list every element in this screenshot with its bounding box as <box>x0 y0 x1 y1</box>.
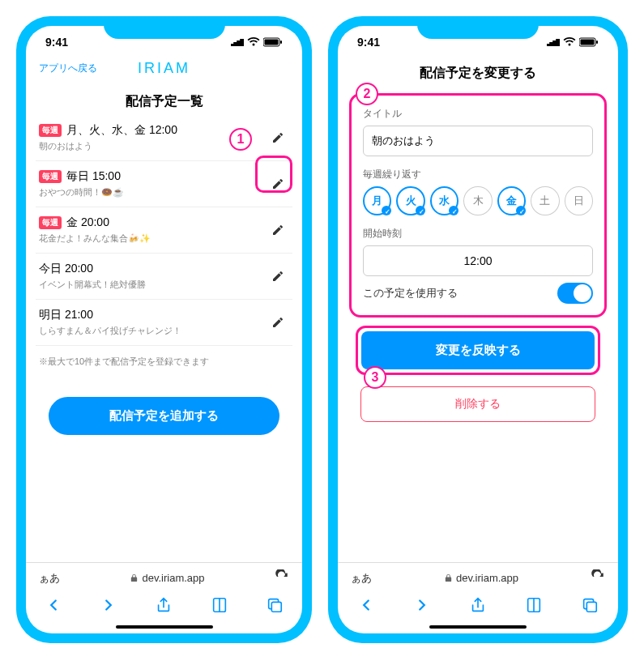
item-title: 今日 20:00 <box>39 262 93 276</box>
url-text: dev.iriam.app <box>372 572 591 584</box>
item-title: 月、火、水、金 12:00 <box>66 123 177 138</box>
forward-icon[interactable] <box>100 596 117 617</box>
home-indicator <box>429 625 527 629</box>
page-title: 配信予定を変更する <box>338 52 618 88</box>
share-icon[interactable] <box>155 596 173 617</box>
callout-2: 2 <box>356 83 378 105</box>
edit-icon[interactable] <box>267 311 289 334</box>
reload-icon[interactable] <box>275 569 289 586</box>
day-thu[interactable]: 木 <box>463 186 492 215</box>
title-input[interactable]: 朝のおはよう <box>363 126 593 156</box>
use-toggle-label: この予定を使用する <box>363 286 458 301</box>
item-subtitle: おやつの時間！🍩☕ <box>39 186 267 198</box>
use-toggle[interactable] <box>557 283 593 304</box>
submit-highlight: 変更を反映する <box>356 326 600 375</box>
callout-3: 3 <box>364 366 386 389</box>
back-icon[interactable] <box>45 596 62 617</box>
bookmarks-icon[interactable] <box>525 596 543 617</box>
list-item[interactable]: 毎週 毎日 15:00 おやつの時間！🍩☕ <box>36 161 292 207</box>
start-time-input[interactable]: 12:00 <box>363 245 593 276</box>
text-size-icon[interactable]: ぁあ <box>351 571 372 586</box>
day-mon[interactable]: 月 <box>363 186 391 215</box>
weekly-badge: 毎週 <box>39 216 62 229</box>
battery-icon <box>263 37 283 47</box>
browser-toolbar <box>338 590 618 622</box>
day-tue[interactable]: 火 <box>396 186 424 215</box>
callout-1: 1 <box>229 128 252 151</box>
home-indicator <box>116 625 213 629</box>
battery-icon <box>579 37 599 47</box>
item-subtitle: 花金だよ！みんな集合🍻✨ <box>39 232 267 245</box>
day-wed[interactable]: 水 <box>430 186 458 215</box>
reload-icon[interactable] <box>591 569 605 586</box>
share-icon[interactable] <box>469 596 487 617</box>
svg-rect-6 <box>581 40 595 45</box>
status-time: 9:41 <box>357 36 380 49</box>
url-text: dev.iriam.app <box>60 572 275 584</box>
item-title: 毎日 15:00 <box>66 169 121 184</box>
day-fri[interactable]: 金 <box>497 186 526 215</box>
back-link[interactable]: アプリへ戻る <box>39 62 97 75</box>
edit-form: タイトル 朝のおはよう 毎週繰り返す 月 火 水 木 金 土 日 開始時刻 12… <box>349 93 607 318</box>
svg-rect-4 <box>271 602 281 612</box>
notch <box>104 16 225 39</box>
wifi-icon <box>563 37 576 47</box>
repeat-label: 毎週繰り返す <box>363 168 593 181</box>
tabs-icon[interactable] <box>266 596 284 617</box>
bookmarks-icon[interactable] <box>211 596 228 617</box>
header: アプリへ戻る IRIAM <box>26 52 302 85</box>
tabs-icon[interactable] <box>581 596 599 617</box>
day-selector: 月 火 水 木 金 土 日 <box>363 186 593 215</box>
text-size-icon[interactable]: ぁあ <box>39 571 60 586</box>
day-sat[interactable]: 土 <box>531 186 559 215</box>
item-subtitle: しらすまん＆パイ投げチャレンジ！ <box>39 325 267 337</box>
item-subtitle: イベント開幕式！絶対優勝 <box>39 279 267 291</box>
max-note: ※最大で10件まで配信予定を登録できます <box>36 346 292 377</box>
lock-icon <box>444 573 453 582</box>
forward-icon[interactable] <box>413 596 431 617</box>
list-item[interactable]: 毎週 金 20:00 花金だよ！みんな集合🍻✨ <box>36 207 292 254</box>
browser-url-bar[interactable]: ぁあ dev.iriam.app <box>338 562 618 590</box>
callout-1-box <box>255 156 292 193</box>
lock-icon <box>130 573 139 582</box>
add-schedule-button[interactable]: 配信予定を追加する <box>49 397 279 435</box>
svg-rect-1 <box>265 40 279 45</box>
svg-rect-7 <box>596 40 598 44</box>
delete-button[interactable]: 削除する <box>360 386 595 422</box>
start-label: 開始時刻 <box>363 227 593 241</box>
list-item[interactable]: 明日 21:00 しらすまん＆パイ投げチャレンジ！ <box>36 300 292 346</box>
wifi-icon <box>247 37 260 47</box>
item-title: 明日 21:00 <box>39 308 93 322</box>
phone-right: 9:41 配信予定を変更する 2 タイトル 朝のおはよう 毎週繰り返す 月 火 … <box>328 16 628 643</box>
browser-toolbar <box>26 590 302 622</box>
submit-button[interactable]: 変更を反映する <box>361 331 595 369</box>
item-title: 金 20:00 <box>66 215 109 230</box>
phone-left: 9:41 アプリへ戻る IRIAM 配信予定一覧 1 毎週 月、火、水、金 12… <box>16 16 312 643</box>
edit-icon[interactable] <box>267 126 289 149</box>
edit-icon[interactable] <box>267 265 289 288</box>
weekly-badge: 毎週 <box>39 170 62 183</box>
title-label: タイトル <box>363 107 593 121</box>
back-icon[interactable] <box>357 596 375 617</box>
list-item[interactable]: 毎週 月、火、水、金 12:00 朝のおはよう <box>36 115 292 161</box>
weekly-badge: 毎週 <box>39 124 62 137</box>
svg-rect-2 <box>280 40 282 44</box>
status-time: 9:41 <box>45 36 68 49</box>
page-title: 配信予定一覧 <box>26 85 302 115</box>
edit-icon[interactable] <box>267 219 289 241</box>
signal-icon <box>547 36 560 49</box>
browser-url-bar[interactable]: ぁあ dev.iriam.app <box>26 562 302 590</box>
brand-logo: IRIAM <box>138 60 190 77</box>
day-sun[interactable]: 日 <box>565 186 593 215</box>
notch <box>417 16 539 39</box>
list-item[interactable]: 今日 20:00 イベント開幕式！絶対優勝 <box>36 254 292 300</box>
svg-rect-9 <box>587 602 597 612</box>
signal-icon <box>231 36 244 49</box>
